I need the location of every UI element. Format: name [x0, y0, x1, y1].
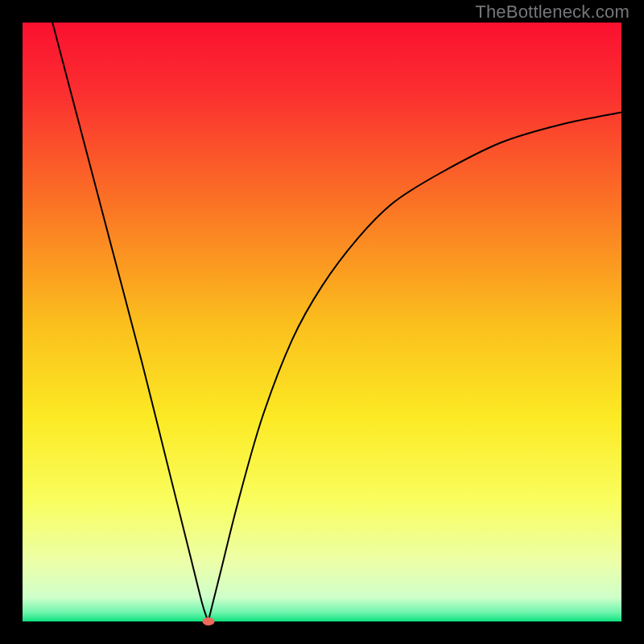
gradient-background	[23, 23, 621, 621]
chart-frame: TheBottleneck.com	[0, 0, 644, 644]
minimum-marker	[202, 617, 214, 625]
chart-svg	[23, 23, 621, 621]
watermark-text: TheBottleneck.com	[475, 2, 630, 23]
plot-area	[23, 23, 621, 621]
